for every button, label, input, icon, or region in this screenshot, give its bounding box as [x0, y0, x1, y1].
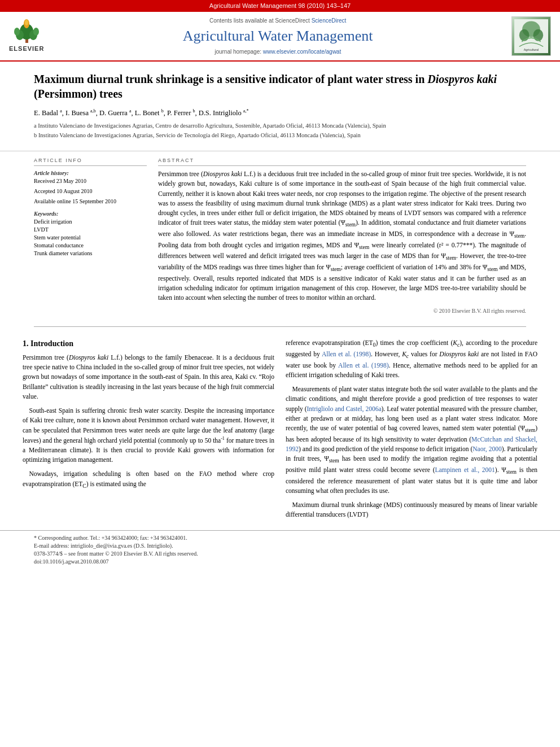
- article-title-section: Maximum diurnal trunk shrinkage is a sen…: [0, 62, 560, 146]
- keyword-1: Deficit irrigation: [34, 218, 147, 226]
- accepted-date: Accepted 10 August 2010: [34, 187, 147, 195]
- authors: E. Badal a, I. Buesa a,b, D. Guerra a, L…: [34, 108, 526, 119]
- elsevier-tree-icon: [11, 19, 42, 45]
- svg-point-5: [33, 28, 39, 36]
- section-divider: [34, 326, 526, 327]
- affiliation-a: a Instituto Valenciano de Investigacione…: [34, 122, 526, 130]
- corresponding-author-note: * Corresponding author. Tel.: +34 963424…: [34, 534, 526, 542]
- received-date: Received 23 May 2010: [34, 177, 147, 185]
- article-info-column: ARTICLE INFO Article history: Received 2…: [34, 157, 147, 315]
- history-label: Article history:: [34, 169, 147, 177]
- ref-intrigliolo-2006a[interactable]: Intrigliolo and Castel, 2006a: [307, 405, 382, 412]
- abstract-text: Persimmon tree (Diospyros kaki L.f.) is …: [158, 169, 526, 303]
- homepage-line: journal homepage: www.elsevier.com/locat…: [50, 48, 506, 56]
- body-col-right: reference evapotranspiration (ET0) times…: [286, 338, 537, 524]
- intro-heading: 1. Introduction: [23, 338, 274, 350]
- email-note: E-mail address: intrigliolo_die@ivia.gva…: [34, 542, 526, 550]
- ref-allen-1998[interactable]: Allen et al. (1998): [322, 351, 371, 357]
- sciencedirect-line: Contents lists available at ScienceDirec…: [50, 17, 506, 25]
- journal-bar: Agricultural Water Management 98 (2010) …: [0, 0, 560, 12]
- ref-lampinen-2001[interactable]: Lampinen et al., 2001: [435, 466, 495, 473]
- affiliation-b: b Instituto Valenciano de Investigacione…: [34, 132, 526, 140]
- issn-note: 0378-3774/$ – see front matter © 2010 El…: [34, 550, 526, 558]
- intro-body-right: reference evapotranspiration (ET0) times…: [286, 338, 537, 519]
- keyword-5: Trunk diameter variations: [34, 250, 147, 257]
- svg-point-10: [519, 29, 530, 41]
- copyright-text: © 2010 Elsevier B.V. All rights reserved…: [158, 307, 526, 315]
- keyword-3: Stem water potential: [34, 234, 147, 242]
- svg-point-4: [14, 28, 20, 36]
- journal-citation: Agricultural Water Management 98 (2010) …: [209, 2, 351, 9]
- ref-allen-1998b[interactable]: Allen et al. (1998): [338, 362, 388, 369]
- elsevier-logo: ELSEVIER: [9, 19, 44, 53]
- journal-thumbnail: Agricultural: [511, 16, 551, 56]
- ref-naor-2000[interactable]: Naor, 2000: [473, 445, 501, 452]
- body-content: 1. Introduction Persimmon tree (Diospyro…: [0, 333, 560, 530]
- footer-notes: * Corresponding author. Tel.: +34 963424…: [0, 530, 560, 568]
- abstract-label: ABSTRACT: [158, 157, 526, 166]
- page-header: ELSEVIER Contents lists available at Sci…: [0, 12, 560, 62]
- keyword-4: Stomatal conductance: [34, 242, 147, 250]
- journal-title: Agricultural Water Management: [50, 26, 506, 46]
- doi-note: doi:10.1016/j.agwat.2010.08.007: [34, 558, 526, 566]
- keyword-2: LVDT: [34, 226, 147, 234]
- article-info-abstract: ARTICLE INFO Article history: Received 2…: [0, 151, 560, 321]
- keywords-label: Keywords:: [34, 210, 147, 218]
- journal-header-center: Contents lists available at ScienceDirec…: [50, 17, 506, 55]
- svg-point-7: [25, 20, 28, 25]
- available-date: Available online 15 September 2010: [34, 198, 147, 206]
- article-info-label: ARTICLE INFO: [34, 157, 147, 166]
- body-col-left: 1. Introduction Persimmon tree (Diospyro…: [23, 338, 274, 524]
- sciencedirect-link[interactable]: ScienceDirect: [312, 18, 347, 24]
- intro-body-left: Persimmon tree (Diospyros kaki L.f.) bel…: [23, 353, 274, 490]
- homepage-link[interactable]: www.elsevier.com/locate/agwat: [263, 49, 341, 55]
- svg-text:Agricultural: Agricultural: [524, 49, 539, 52]
- elsevier-label: ELSEVIER: [9, 45, 44, 53]
- abstract-column: ABSTRACT Persimmon tree (Diospyros kaki …: [158, 157, 526, 315]
- journal-cover-image: Agricultural: [514, 17, 548, 55]
- svg-point-11: [533, 29, 544, 41]
- article-title: Maximum diurnal trunk shrinkage is a sen…: [34, 72, 526, 101]
